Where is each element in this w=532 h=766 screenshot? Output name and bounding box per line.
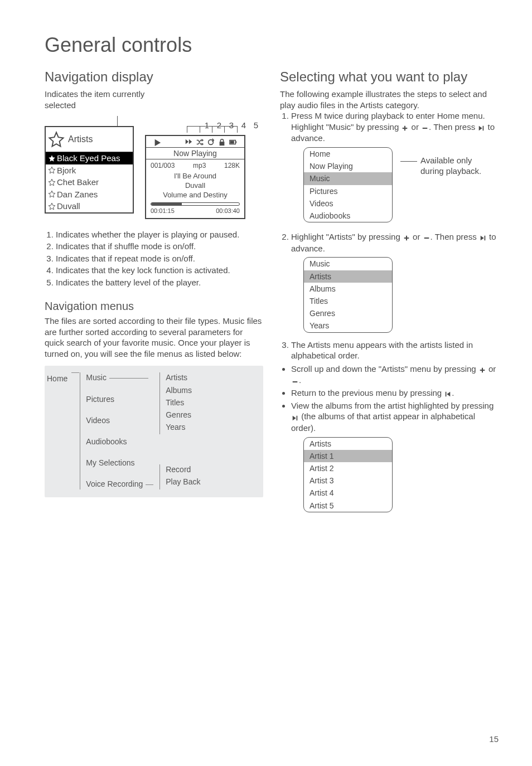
battery-icon <box>229 138 237 146</box>
play-icon <box>153 138 161 146</box>
panel1-title: Artists <box>68 134 93 146</box>
star-icon <box>47 129 66 149</box>
next-icon <box>479 232 487 243</box>
next-icon <box>291 412 299 423</box>
page-number: 15 <box>489 734 499 744</box>
home-menu: Home Now Playing Music Pictures Videos A… <box>303 147 393 222</box>
nav-display-sub: Indicates the item currently selected <box>45 89 145 110</box>
shuffle-icon <box>196 138 204 146</box>
artists-panel: Artists Black Eyed Peas Bjork Chet Baker… <box>45 126 134 214</box>
artists-menu: Artists Artist 1 Artist 2 Artist 3 Artis… <box>303 437 393 512</box>
callout-ticks <box>145 126 245 135</box>
list-item[interactable]: Chet Baker <box>46 176 133 188</box>
menu-item[interactable]: Audiobooks <box>304 210 392 222</box>
side-note: Available only during playback. <box>400 155 481 177</box>
track-position: 001/003 <box>151 162 175 171</box>
nav-menus-heading: Navigation menus <box>45 299 263 313</box>
list-item[interactable]: Dan Zanes <box>46 188 133 201</box>
lock-icon <box>218 138 226 146</box>
list-item[interactable]: Bjork <box>46 164 133 177</box>
time-elapsed: 00:01:15 <box>151 207 175 215</box>
plus-icon <box>403 232 410 243</box>
time-total: 00:03:40 <box>216 207 240 215</box>
menu-item[interactable]: Genres <box>304 307 392 319</box>
bullet-scroll: Scroll up and down the "Artists" menu by… <box>291 363 499 387</box>
step-1: Press M twice during playback to enter H… <box>291 110 499 229</box>
nav-menus-para: The files are sorted according to their … <box>45 316 263 359</box>
menu-tree: Home Music Pictures Videos Audiobooks My… <box>45 366 263 497</box>
plus-icon <box>401 122 409 133</box>
menu-item[interactable]: Artist 5 <box>304 500 392 512</box>
track-format: mp3 <box>193 162 206 171</box>
selecting-heading: Selecting what you want to play <box>280 68 499 85</box>
now-playing-label: Now Playing <box>146 147 244 159</box>
fast-forward-icon <box>185 138 192 146</box>
bullet-view: View the albums from the artist highligh… <box>291 400 499 512</box>
minus-icon <box>423 232 431 243</box>
repeat-icon <box>207 138 215 146</box>
legend-list: Indicates whether the player is playing … <box>45 229 263 288</box>
list-item[interactable]: Duvall <box>46 200 133 212</box>
song-title: I'll Be Around <box>149 172 241 181</box>
page-title: General controls <box>45 33 499 57</box>
menu-item[interactable]: Albums <box>304 283 392 295</box>
music-menu: Music Artists Albums Titles Genres Years <box>303 257 393 332</box>
list-item[interactable]: Black Eyed Peas <box>46 152 133 164</box>
minus-icon <box>291 376 299 387</box>
menu-item[interactable]: Years <box>304 319 392 332</box>
now-playing-panel: Now Playing 001/003 mp3 128K I'll Be Aro… <box>145 135 245 219</box>
pointer-line <box>117 116 118 126</box>
prev-icon <box>444 388 452 399</box>
step-2: Highlight "Artists" by pressing or . The… <box>291 231 499 332</box>
nav-display-heading: Navigation display <box>45 68 263 85</box>
menu-item[interactable]: Artist 3 <box>304 474 392 487</box>
progress-bar <box>151 202 240 206</box>
song-album: Volume and Destiny <box>149 191 241 200</box>
track-bitrate: 128K <box>224 162 240 171</box>
menu-item[interactable]: Artists <box>304 270 392 283</box>
next-icon <box>477 122 485 133</box>
menu-item[interactable]: Music <box>304 172 392 185</box>
menu-item[interactable]: Now Playing <box>304 160 392 172</box>
menu-item[interactable]: Artist 2 <box>304 462 392 474</box>
menu-item[interactable]: Pictures <box>304 185 392 197</box>
menu-item[interactable]: Artist 1 <box>304 450 392 462</box>
plus-icon <box>478 364 486 375</box>
menu-item[interactable]: Titles <box>304 295 392 307</box>
menu-item[interactable]: Artist 4 <box>304 487 392 499</box>
minus-icon <box>421 122 429 133</box>
menu-item[interactable]: Videos <box>304 197 392 210</box>
bullet-return: Return to the previous menu by pressing … <box>291 387 499 399</box>
step-3: The Artists menu appears with the artist… <box>291 340 499 361</box>
song-artist: Duvall <box>149 181 241 191</box>
selecting-intro: The following example illustrates the st… <box>280 89 499 110</box>
